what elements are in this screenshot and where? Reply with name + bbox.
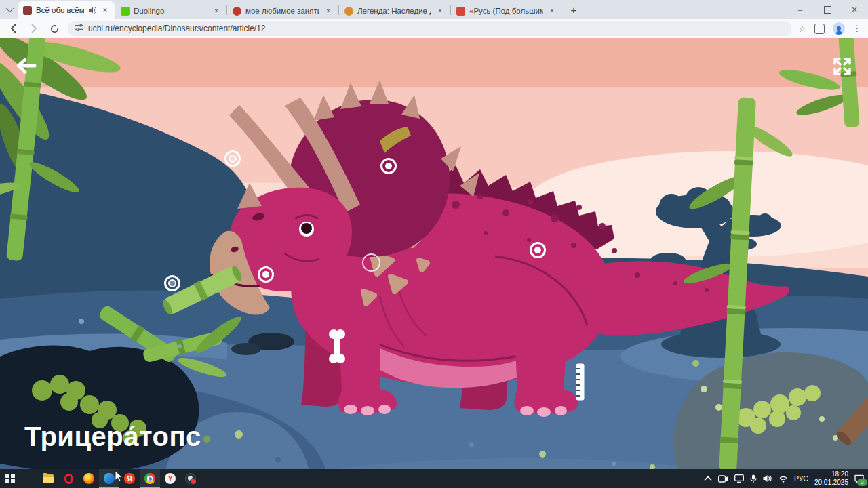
- tab-vse-obo-vsem[interactable]: Всё обо всём ✕: [18, 1, 115, 19]
- new-tab-button[interactable]: +: [565, 1, 583, 18]
- yandex-icon: Я: [124, 473, 135, 484]
- tab-favicon: [121, 7, 130, 16]
- tab-close-icon[interactable]: ✕: [212, 6, 221, 16]
- bookmark-star-icon[interactable]: ☆: [798, 24, 806, 34]
- obs-button[interactable]: [180, 469, 201, 488]
- url-text[interactable]: uchi.ru/encyclopedia/Dinosaurs/content/a…: [88, 24, 265, 33]
- tab-title: Duolingo: [134, 7, 208, 15]
- back-nav-button[interactable]: [7, 22, 20, 35]
- tab-rus[interactable]: «Русь (Под большим шатром ✕: [451, 3, 562, 19]
- dinosaur-scene: Трицера́топс: [0, 38, 868, 469]
- tab-favicon: [456, 7, 465, 16]
- window-close-button[interactable]: ✕: [841, 0, 868, 19]
- obs-icon: [185, 473, 196, 484]
- hotspot-beak[interactable]: [258, 266, 274, 283]
- language-indicator[interactable]: РУС: [794, 474, 808, 483]
- chevron-down-icon: [6, 5, 14, 12]
- tab-favicon: [23, 6, 32, 15]
- windows-icon: [5, 474, 15, 483]
- restore-button[interactable]: [814, 0, 841, 19]
- forward-nav-button[interactable]: [27, 22, 41, 35]
- hotspot-body[interactable]: [530, 242, 546, 258]
- hotspot-frill[interactable]: [380, 158, 397, 174]
- scene-illustration: [0, 38, 868, 469]
- folder-icon: [43, 474, 54, 483]
- tab-title: Легенда: Наследие Драконов: [357, 7, 431, 15]
- mouse-cursor: [115, 470, 123, 485]
- taskbar: Я Y РУС 18:20: [0, 469, 868, 488]
- tab-search-button[interactable]: [0, 0, 18, 19]
- toolbar-right: ☆ ⋮: [798, 22, 861, 35]
- tab-favicon: [233, 7, 241, 16]
- tray-time: 18:20: [814, 470, 848, 479]
- tab-close-icon[interactable]: ✕: [100, 5, 110, 15]
- chrome-icon: [144, 473, 155, 484]
- tab-favicon: [344, 7, 353, 16]
- notification-center-button[interactable]: 2: [854, 474, 864, 483]
- opera-icon: [64, 474, 73, 484]
- network-icon[interactable]: [778, 475, 788, 483]
- system-tray: РУС 18:20 20.01.2025 2: [704, 469, 868, 488]
- screen: Всё обо всём ✕ Duolingo ✕ мое любимое за…: [0, 0, 868, 488]
- tray-expand-icon[interactable]: [704, 476, 712, 481]
- tab-duolingo[interactable]: Duolingo ✕: [115, 3, 226, 19]
- display-icon[interactable]: [734, 474, 744, 483]
- camera-icon[interactable]: [718, 475, 728, 483]
- tab-close-icon[interactable]: ✕: [323, 6, 333, 16]
- hotspot-neck[interactable]: [362, 253, 380, 272]
- speaker-icon[interactable]: [763, 474, 772, 483]
- tray-date: 20.01.2025: [814, 479, 848, 487]
- window-controls: – ✕: [787, 0, 868, 19]
- address-bar[interactable]: uchi.ru/encyclopedia/Dinosaurs/content/a…: [68, 21, 791, 36]
- tab-title: Всё обо всём: [36, 6, 84, 14]
- tab-title: «Русь (Под большим шатром: [469, 7, 543, 15]
- tab-title: мое любимое занятие начин: [245, 7, 319, 15]
- opera-button[interactable]: [58, 469, 79, 488]
- profile-avatar[interactable]: [833, 22, 845, 35]
- hotspot-bamboo[interactable]: [164, 275, 180, 291]
- chrome-button[interactable]: [140, 469, 160, 488]
- side-panel-icon[interactable]: [814, 24, 825, 34]
- file-explorer-button[interactable]: [38, 469, 58, 488]
- browser-toolbar: uchi.ru/encyclopedia/Dinosaurs/content/a…: [0, 19, 868, 38]
- clock[interactable]: 18:20 20.01.2025: [814, 470, 848, 487]
- edge-icon: [104, 473, 115, 484]
- reload-button[interactable]: [47, 22, 61, 35]
- yandex-browser-button[interactable]: Y: [160, 469, 180, 488]
- tab-close-icon[interactable]: ✕: [547, 6, 557, 16]
- microphone-icon[interactable]: [750, 474, 757, 483]
- tab-video[interactable]: мое любимое занятие начин ✕: [227, 3, 338, 19]
- browser-tabstrip: Всё обо всём ✕ Duolingo ✕ мое любимое за…: [0, 0, 868, 19]
- site-info-icon[interactable]: [75, 22, 83, 35]
- firefox-icon: [83, 473, 94, 484]
- page-title: Трицера́топс: [24, 422, 201, 452]
- firefox-button[interactable]: [79, 469, 99, 488]
- yandex-browser-icon: Y: [165, 473, 176, 484]
- tab-close-icon[interactable]: ✕: [435, 6, 445, 16]
- audio-playing-icon[interactable]: [88, 6, 96, 14]
- browser-menu-icon[interactable]: ⋮: [853, 24, 861, 33]
- tab-legenda[interactable]: Легенда: Наследие Драконов ✕: [339, 3, 450, 19]
- hotspot-horn[interactable]: [224, 150, 241, 167]
- notification-badge: 2: [857, 479, 867, 486]
- restore-icon: [824, 6, 831, 14]
- minimize-button[interactable]: –: [787, 0, 814, 19]
- start-button[interactable]: [0, 469, 20, 488]
